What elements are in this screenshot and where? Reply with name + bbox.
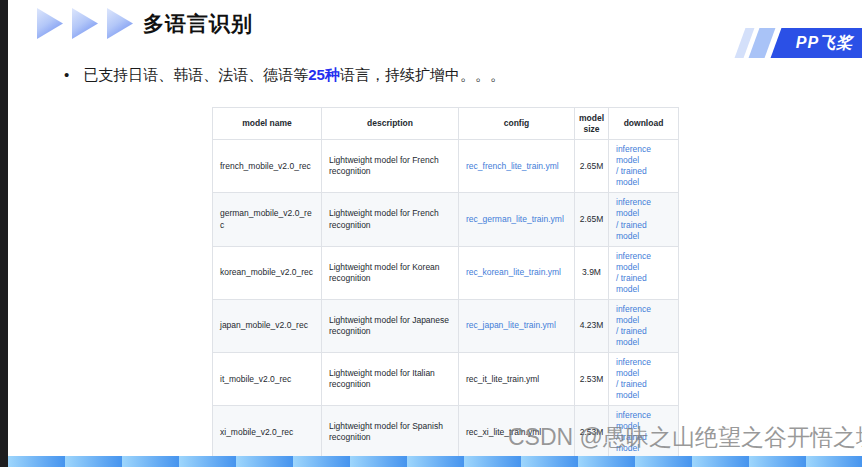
bottom-gradient-bar	[8, 456, 862, 467]
arrow-right-icon	[37, 8, 63, 39]
paddlepaddle-banner: PP飞桨	[730, 28, 862, 58]
model-table: model name description config model size…	[212, 107, 679, 467]
model-table-wrap: model name description config model size…	[212, 107, 678, 467]
cell-config[interactable]: rec_japan_lite_train.yml	[459, 299, 575, 352]
cell-description: Lightweight model for Italian recognitio…	[322, 353, 459, 406]
cell-download: inference model / trained model	[609, 140, 679, 193]
cell-description: Lightweight model for Spanish recognitio…	[322, 406, 459, 459]
left-edge-strip	[0, 0, 8, 467]
col-header-model-name: model name	[213, 108, 322, 140]
trained-model-link[interactable]: / trained model	[616, 326, 647, 347]
banner-main: PP飞桨	[771, 28, 862, 58]
trained-model-link[interactable]: / trained model	[616, 379, 647, 400]
cell-description: Lightweight model for French recognition	[322, 193, 459, 246]
col-header-download: download	[609, 108, 679, 140]
table-row: it_mobile_v2.0_rec Lightweight model for…	[213, 353, 679, 406]
cell-model-name: german_mobile_v2.0_rec	[213, 193, 322, 246]
trained-model-link[interactable]: / trained model	[616, 220, 647, 241]
table-header-row: model name description config model size…	[213, 108, 679, 140]
col-header-config: config	[459, 108, 575, 140]
cell-download: inference model / trained model	[609, 299, 679, 352]
bullet-dot: •	[64, 66, 69, 83]
cell-config: rec_it_lite_train.yml	[459, 353, 575, 406]
bullet-text-prefix: 已支持日语、韩语、法语、德语等	[83, 66, 308, 83]
cell-model-name: french_mobile_v2.0_rec	[213, 140, 322, 193]
cell-model-name: it_mobile_v2.0_rec	[213, 353, 322, 406]
bullet-text-suffix: 语言，持续扩增中。。。	[340, 66, 505, 83]
header-arrows	[37, 8, 133, 39]
cell-model-name: japan_mobile_v2.0_rec	[213, 299, 322, 352]
cell-config[interactable]: rec_korean_lite_train.yml	[459, 246, 575, 299]
inference-model-link[interactable]: inference model	[616, 197, 651, 218]
cell-config[interactable]: rec_french_lite_train.yml	[459, 140, 575, 193]
table-row: french_mobile_v2.0_rec Lightweight model…	[213, 140, 679, 193]
table-row: japan_mobile_v2.0_rec Lightweight model …	[213, 299, 679, 352]
cell-model-size: 4.23M	[575, 299, 609, 352]
cell-description: Lightweight model for Korean recognition	[322, 246, 459, 299]
col-header-model-size: model size	[575, 108, 609, 140]
paddlepaddle-logo-icon: PP飞桨	[796, 33, 853, 54]
cell-download: inference model / trained model	[609, 353, 679, 406]
cell-download: inference model / trained model	[609, 193, 679, 246]
arrow-right-icon	[72, 8, 98, 39]
cell-model-name: korean_mobile_v2.0_rec	[213, 246, 322, 299]
arrow-right-icon	[107, 8, 133, 39]
bullet-line: •已支持日语、韩语、法语、德语等25种语言，持续扩增中。。。	[64, 66, 505, 85]
cell-model-size: 2.65M	[575, 193, 609, 246]
bullet-highlight: 25种	[308, 66, 340, 83]
col-header-description: description	[322, 108, 459, 140]
trained-model-link[interactable]: / trained model	[616, 166, 647, 187]
cell-config[interactable]: rec_german_lite_train.yml	[459, 193, 575, 246]
cell-model-size: 2.53M	[575, 353, 609, 406]
cell-description: Lightweight model for Japanese recogniti…	[322, 299, 459, 352]
cell-model-size: 3.9M	[575, 246, 609, 299]
table-row: german_mobile_v2.0_rec Lightweight model…	[213, 193, 679, 246]
cell-download: inference model / trained model	[609, 246, 679, 299]
inference-model-link[interactable]: inference model	[616, 357, 651, 378]
table-row: korean_mobile_v2.0_rec Lightweight model…	[213, 246, 679, 299]
inference-model-link[interactable]: inference model	[616, 144, 651, 165]
cell-model-name: xi_mobile_v2.0_rec	[213, 406, 322, 459]
csdn-watermark: CSDN @愚昧之山绝望之谷开悟之坡	[508, 422, 862, 453]
inference-model-link[interactable]: inference model	[616, 304, 651, 325]
cell-model-size: 2.65M	[575, 140, 609, 193]
page-title: 多语言识别	[143, 10, 253, 38]
inference-model-link[interactable]: inference model	[616, 251, 651, 272]
cell-description: Lightweight model for French recognition	[322, 140, 459, 193]
trained-model-link[interactable]: / trained model	[616, 273, 647, 294]
slide: 多语言识别 PP飞桨 •已支持日语、韩语、法语、德语等25种语言，持续扩增中。。…	[0, 0, 862, 467]
